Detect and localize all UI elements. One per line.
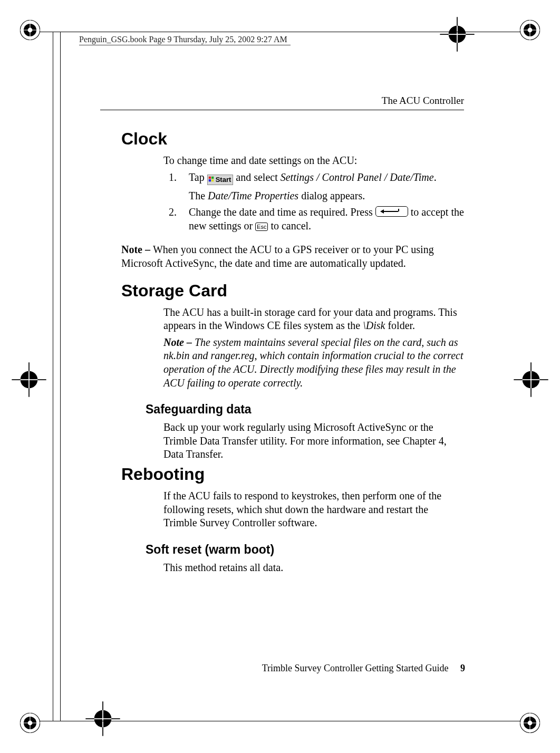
text: Change the date and time as required. Pr… (189, 206, 375, 218)
clock-note: Note – When you connect the ACU to a GPS… (121, 243, 464, 270)
cross-mark-icon (513, 361, 549, 398)
frame-line (60, 32, 61, 721)
header-rule (100, 110, 464, 110)
note-label: Note – (121, 244, 153, 255)
footer-text: Trimble Survey Controller Getting Starte… (262, 663, 449, 673)
clock-intro: To change time and date settings on the … (163, 154, 464, 168)
section-heading-clock: Clock (121, 129, 464, 149)
start-label: Start (216, 176, 231, 184)
subheading-softreset: Soft reset (warm boot) (146, 543, 464, 557)
storage-p1: The ACU has a built-in storage card for … (163, 306, 464, 333)
svg-rect-43 (211, 179, 214, 181)
note-body: When you connect the ACU to a GPS receiv… (121, 244, 434, 269)
text: dialog appears. (298, 190, 365, 201)
svg-rect-40 (208, 176, 210, 178)
softreset-body: This method retains all data. (163, 561, 464, 575)
text: to cancel. (268, 220, 311, 231)
text: The (189, 190, 208, 201)
rebooting-p1: If the ACU fails to respond to keystroke… (163, 489, 464, 530)
frame-line (40, 721, 520, 721)
cross-mark-icon (84, 700, 121, 737)
note-body: The system maintains several special fil… (163, 336, 463, 389)
page-number: 9 (460, 663, 465, 673)
text: folder. (385, 320, 415, 331)
subheading-safeguarding: Safeguarding data (146, 402, 464, 417)
cross-mark-icon (439, 16, 476, 53)
svg-point-9 (528, 28, 533, 33)
enter-key-icon (375, 206, 408, 217)
reg-mark-icon (18, 711, 42, 735)
reg-mark-icon (518, 711, 542, 735)
folder-name: \Disk (363, 320, 385, 331)
svg-point-4 (28, 28, 33, 33)
page-footer: Trimble Survey Controller Getting Starte… (262, 663, 465, 674)
dialog-name: Date/Time Properties (208, 190, 298, 201)
note-label: Note – (163, 336, 195, 348)
svg-rect-41 (211, 176, 214, 178)
svg-point-19 (528, 721, 533, 726)
start-button-icon: Start (207, 175, 234, 185)
cross-mark-icon (11, 361, 47, 398)
esc-key-icon: Esc (255, 223, 268, 231)
frame-line (40, 32, 520, 32)
text: Tap (189, 171, 207, 183)
running-head: The ACU Controller (382, 95, 464, 107)
storage-note: Note – The system maintains several spec… (163, 336, 464, 390)
text: . (434, 171, 437, 183)
reg-mark-icon (18, 18, 42, 42)
text: and select (233, 171, 280, 183)
section-heading-rebooting: Rebooting (121, 465, 464, 484)
safeguarding-body: Back up your work regularly using Micros… (163, 421, 464, 461)
clock-step-2: Change the date and time as required. Pr… (179, 206, 464, 233)
section-heading-storage: Storage Card (121, 281, 464, 301)
svg-point-14 (28, 721, 33, 726)
print-stamp: Penguin_GSG.book Page 9 Thursday, July 2… (79, 35, 291, 45)
reg-mark-icon (518, 18, 542, 42)
clock-step-1: Tap Start and select Settings / Control … (179, 171, 464, 203)
menu-path: Settings / Control Panel / Date/Time (281, 171, 434, 183)
frame-line (53, 32, 53, 721)
svg-rect-42 (208, 179, 210, 181)
